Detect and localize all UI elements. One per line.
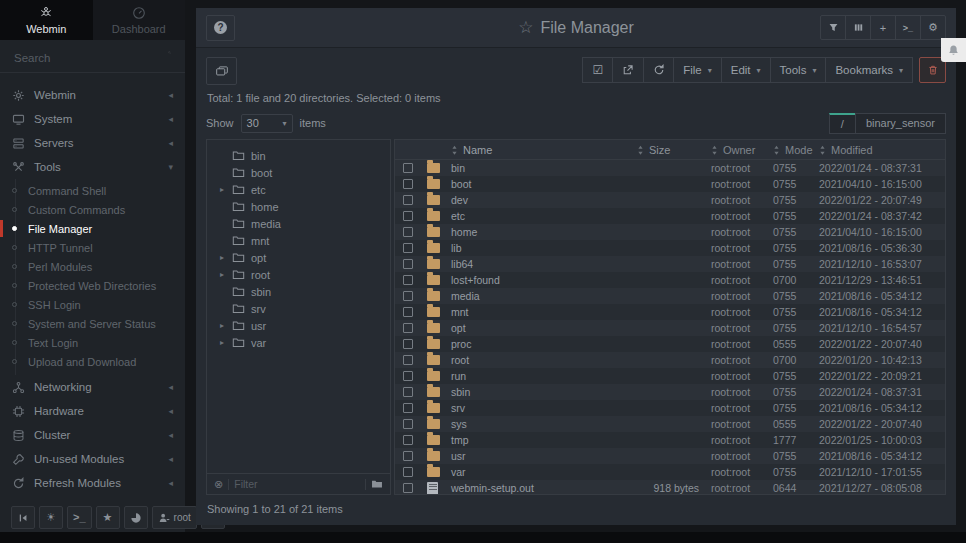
help-button[interactable]: ? <box>206 15 235 41</box>
row-checkbox[interactable] <box>403 163 413 173</box>
filter-button[interactable] <box>820 15 846 40</box>
column-header-mode[interactable]: Mode <box>773 144 819 156</box>
sidebar-submenu-item[interactable]: Text Login <box>0 333 185 352</box>
tab-dashboard[interactable]: Dashboard <box>93 0 186 40</box>
breadcrumb-root[interactable]: / <box>829 113 856 134</box>
row-checkbox[interactable] <box>403 323 413 333</box>
sidebar-menu-item[interactable]: Webmin ◂ <box>0 83 185 107</box>
collapse-sidebar-button[interactable] <box>11 506 35 529</box>
file-name[interactable]: opt <box>451 322 611 334</box>
file-name[interactable]: media <box>451 290 611 302</box>
tree-item[interactable]: ▸ bin <box>207 147 390 164</box>
sidebar-submenu-item[interactable]: File Manager <box>0 219 185 238</box>
refresh-button[interactable] <box>643 57 675 83</box>
toolbar-menu-button[interactable]: Edit ▾ <box>721 57 771 83</box>
select-view-button[interactable] <box>206 57 237 85</box>
row-checkbox[interactable] <box>403 435 413 445</box>
row-checkbox[interactable] <box>403 211 413 221</box>
expand-arrow-icon[interactable]: ▸ <box>218 321 226 330</box>
file-name[interactable]: usr <box>451 450 611 462</box>
file-name[interactable]: srv <box>451 402 611 414</box>
sidebar-menu-item[interactable]: Refresh Modules ◂ <box>0 471 185 495</box>
sidebar-menu-item[interactable]: Tools ▾ <box>0 155 185 179</box>
file-name[interactable]: run <box>451 370 611 382</box>
columns-button[interactable] <box>845 15 871 40</box>
table-row[interactable]: lost+found root:root 0700 2021/12/29 - 1… <box>395 272 945 288</box>
table-row[interactable]: tmp root:root 1777 2022/01/25 - 10:00:03 <box>395 432 945 448</box>
table-row[interactable]: lib root:root 0755 2021/08/16 - 05:36:30 <box>395 240 945 256</box>
tree-item[interactable]: ▸ sbin <box>207 283 390 300</box>
settings-button[interactable]: ⚙ <box>920 15 946 40</box>
row-checkbox[interactable] <box>403 243 413 253</box>
table-row[interactable]: sbin root:root 0755 2022/01/24 - 08:37:3… <box>395 384 945 400</box>
file-name[interactable]: sbin <box>451 386 611 398</box>
toolbar-menu-button[interactable]: File ▾ <box>673 57 722 83</box>
row-checkbox[interactable] <box>403 355 413 365</box>
table-row[interactable]: run root:root 0755 2022/01/22 - 20:09:21 <box>395 368 945 384</box>
sidebar-submenu-item[interactable]: HTTP Tunnel <box>0 238 185 257</box>
file-name[interactable]: proc <box>451 338 611 350</box>
tree-item[interactable]: ▸ etc <box>207 181 390 198</box>
table-row[interactable]: root root:root 0700 2022/01/20 - 10:42:1… <box>395 352 945 368</box>
tree-item[interactable]: ▸ home <box>207 198 390 215</box>
table-row[interactable]: bin root:root 0755 2022/01/24 - 08:37:31 <box>395 160 945 176</box>
row-checkbox[interactable] <box>403 179 413 189</box>
file-name[interactable]: root <box>451 354 611 366</box>
table-row[interactable]: webmin-setup.out 918 bytes root:root 064… <box>395 480 945 494</box>
file-name[interactable]: bin <box>451 162 611 174</box>
column-header-modified[interactable]: Modified <box>819 144 945 156</box>
table-row[interactable]: lib64 root:root 0755 2021/12/10 - 16:53:… <box>395 256 945 272</box>
table-row[interactable]: proc root:root 0555 2022/01/22 - 20:07:4… <box>395 336 945 352</box>
table-row[interactable]: sys root:root 0555 2022/01/22 - 20:07:40 <box>395 416 945 432</box>
table-row[interactable]: srv root:root 0755 2021/08/16 - 05:34:12 <box>395 400 945 416</box>
table-row[interactable]: opt root:root 0755 2021/12/10 - 16:54:57 <box>395 320 945 336</box>
table-row[interactable]: media root:root 0755 2021/08/16 - 05:34:… <box>395 288 945 304</box>
shell-button[interactable]: >_ <box>895 15 921 40</box>
file-name[interactable]: lib64 <box>451 258 611 270</box>
file-name[interactable]: home <box>451 226 611 238</box>
sidebar-menu-item[interactable]: Hardware ◂ <box>0 399 185 423</box>
clear-filter-icon[interactable]: ⊗ <box>214 478 223 491</box>
file-name[interactable]: tmp <box>451 434 611 446</box>
row-checkbox[interactable] <box>403 483 413 493</box>
sidebar-menu-item[interactable]: Networking ◂ <box>0 375 185 399</box>
tree-item[interactable]: ▸ srv <box>207 300 390 317</box>
file-name[interactable]: lost+found <box>451 274 611 286</box>
row-checkbox[interactable] <box>403 227 413 237</box>
table-row[interactable]: boot root:root 0755 2021/04/10 - 16:15:0… <box>395 176 945 192</box>
tree-filter-input[interactable] <box>234 478 360 490</box>
sidebar-submenu-item[interactable]: Protected Web Directories <box>0 276 185 295</box>
tree-item[interactable]: ▸ mnt <box>207 232 390 249</box>
notifications-tab[interactable] <box>941 38 966 62</box>
row-checkbox[interactable] <box>403 275 413 285</box>
tree-item[interactable]: ▸ media <box>207 215 390 232</box>
table-row[interactable]: etc root:root 0755 2022/01/24 - 08:37:42 <box>395 208 945 224</box>
expand-arrow-icon[interactable]: ▸ <box>218 338 226 347</box>
table-row[interactable]: dev root:root 0755 2022/01/22 - 20:07:49 <box>395 192 945 208</box>
column-header-size[interactable]: Size <box>611 144 711 156</box>
table-row[interactable]: var root:root 0755 2021/12/10 - 17:01:55 <box>395 464 945 480</box>
row-checkbox[interactable] <box>403 403 413 413</box>
sidebar-submenu-item[interactable]: Custom Commands <box>0 200 185 219</box>
row-checkbox[interactable] <box>403 259 413 269</box>
user-button[interactable]: root <box>152 506 197 529</box>
file-name[interactable]: lib <box>451 242 611 254</box>
toolbar-menu-button[interactable]: Bookmarks ▾ <box>825 57 913 83</box>
tree-item[interactable]: ▸ usr <box>207 317 390 334</box>
table-row[interactable]: mnt root:root 0755 2021/08/16 - 05:34:12 <box>395 304 945 320</box>
expand-arrow-icon[interactable]: ▸ <box>218 253 226 262</box>
breadcrumb-current[interactable]: binary_sensor <box>855 113 946 134</box>
file-name[interactable]: dev <box>451 194 611 206</box>
file-name[interactable]: webmin-setup.out <box>451 482 611 494</box>
row-checkbox[interactable] <box>403 307 413 317</box>
sidebar-menu-item[interactable]: Cluster ◂ <box>0 423 185 447</box>
file-name[interactable]: mnt <box>451 306 611 318</box>
row-checkbox[interactable] <box>403 467 413 477</box>
column-header-owner[interactable]: Owner <box>711 144 773 156</box>
sidebar-submenu-item[interactable]: SSH Login <box>0 295 185 314</box>
sidebar-menu-item[interactable]: System ◂ <box>0 107 185 131</box>
favorites-button[interactable]: ★ <box>96 506 120 529</box>
expand-arrow-icon[interactable]: ▸ <box>218 270 226 279</box>
row-checkbox[interactable] <box>403 195 413 205</box>
sidebar-submenu-item[interactable]: Perl Modules <box>0 257 185 276</box>
